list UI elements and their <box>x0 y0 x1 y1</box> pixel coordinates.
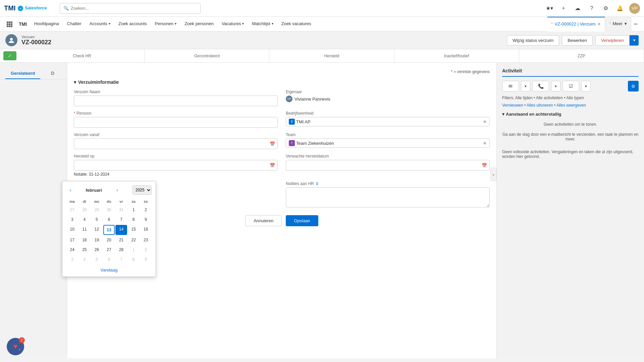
cal-day-18[interactable]: 18 <box>79 236 91 245</box>
calendar-icon-vanaf[interactable]: 📅 <box>270 141 275 146</box>
cal-day-4[interactable]: 4 <box>79 215 91 224</box>
cal-day[interactable]: 31 <box>115 205 127 215</box>
renew-link[interactable]: Vernieuwen <box>502 103 523 108</box>
add-btn[interactable]: ＋ <box>559 4 568 13</box>
calendar-icon-hersteld[interactable]: 📅 <box>270 163 275 168</box>
input-verzuim-vanaf[interactable] <box>74 138 278 149</box>
cal-next-btn[interactable]: › <box>113 186 121 194</box>
email-dropdown-btn[interactable]: ▾ <box>521 81 530 92</box>
cal-day-10[interactable]: 10 <box>66 225 78 235</box>
cal-day-11[interactable]: 11 <box>79 225 91 235</box>
help-btn[interactable]: ? <box>587 4 596 13</box>
cal-day-16[interactable]: 16 <box>140 225 152 235</box>
cal-today-btn[interactable]: Vandaag <box>100 267 117 273</box>
user-avatar[interactable]: VP <box>629 3 640 14</box>
tab-close-vz[interactable]: ✕ <box>597 22 601 26</box>
cal-day-22[interactable]: 22 <box>128 236 140 245</box>
nav-zoek-personen[interactable]: Zoek personen <box>180 17 218 32</box>
cal-day-25[interactable]: 25 <box>79 245 91 254</box>
opslaan-btn[interactable]: Opslaan <box>286 215 318 226</box>
cal-day-1[interactable]: 1 <box>128 205 140 215</box>
task-btn[interactable]: ☑ <box>562 81 579 92</box>
nav-edit-icon[interactable]: ✏ <box>631 21 641 27</box>
cal-day-2[interactable]: 2 <box>140 205 152 215</box>
cal-day[interactable]: 8 <box>128 255 140 264</box>
cal-day-5[interactable]: 5 <box>91 215 103 224</box>
nav-personen[interactable]: Personen▾ <box>151 17 181 32</box>
cal-day-28[interactable]: 28 <box>115 245 127 254</box>
run-all-link[interactable]: Alles uitvoeren <box>527 103 553 108</box>
nav-zoek-vacatures[interactable]: Zoek vacatures <box>277 17 315 32</box>
tab-gerelateerd[interactable]: Gerelateerd <box>5 68 40 79</box>
wijzig-status-btn[interactable]: Wijzig status verzuim <box>507 35 559 46</box>
cal-day-26[interactable]: 26 <box>91 245 103 254</box>
cal-day[interactable]: 1 <box>128 245 140 254</box>
cal-day[interactable]: 28 <box>79 205 91 215</box>
input-hersteld-op[interactable] <box>74 160 278 171</box>
cal-day-21[interactable]: 21 <box>115 236 127 245</box>
cal-day[interactable]: 30 <box>103 205 115 215</box>
nav-chatter[interactable]: Chatter <box>63 17 86 32</box>
search-bar[interactable]: 🔍 <box>60 3 201 14</box>
input-verwachte-hersteldatum[interactable] <box>286 160 490 171</box>
cal-day-23[interactable]: 23 <box>140 236 152 245</box>
section-header[interactable]: ▾ Verzuiminformatie <box>74 79 490 85</box>
cal-day-7[interactable]: 7 <box>115 215 127 224</box>
status-hersteld[interactable]: Hersteld <box>269 49 394 62</box>
cal-day[interactable]: 6 <box>103 255 115 264</box>
cal-day-19[interactable]: 19 <box>91 236 103 245</box>
cal-day[interactable]: 4 <box>79 255 91 264</box>
nav-accounts[interactable]: Accounts▾ <box>85 17 114 32</box>
task-dropdown-btn[interactable]: ▾ <box>581 81 591 92</box>
team-clear[interactable]: ✕ <box>483 141 487 146</box>
input-verzuim-naam[interactable] <box>74 96 278 106</box>
upcoming-title[interactable]: ▾ Aanstaand en achterstallig <box>502 112 639 117</box>
status-check-hr[interactable]: Check HR <box>20 49 145 62</box>
cal-day-9[interactable]: 9 <box>140 215 152 224</box>
bewerken-btn[interactable]: Bewerken <box>562 35 593 46</box>
tmi-badge[interactable]: ♥ + 7 <box>7 338 24 355</box>
cal-day-17[interactable]: 17 <box>66 236 78 245</box>
nav-hoofdpagina[interactable]: Hoofdpagina <box>30 17 63 32</box>
cal-day-3[interactable]: 3 <box>66 215 78 224</box>
cal-day-13-today[interactable]: 13 <box>103 225 115 235</box>
sidebar-toggle[interactable]: › <box>490 168 496 181</box>
cal-day-6[interactable]: 6 <box>103 215 115 224</box>
settings-btn[interactable]: ⚙ <box>601 4 610 13</box>
bedrijfseenheid-clear[interactable]: ✕ <box>483 119 487 124</box>
tab-d[interactable]: D <box>46 68 59 79</box>
cal-day-14-selected[interactable]: 14 <box>115 225 127 235</box>
annuleren-btn[interactable]: Annuleren <box>245 215 282 226</box>
cal-year-select[interactable]: 2023 2024 2025 2026 2027 <box>132 185 152 195</box>
cal-day-15[interactable]: 15 <box>128 225 140 235</box>
cal-day[interactable]: 29 <box>91 205 103 215</box>
grid-menu-btn[interactable] <box>3 18 15 30</box>
input-persoon[interactable] <box>74 117 278 128</box>
view-all-link[interactable]: Alles weergeven <box>556 103 586 108</box>
cal-day[interactable]: 5 <box>91 255 103 264</box>
search-input[interactable] <box>71 6 197 11</box>
textarea-notities-hr[interactable] <box>286 187 490 207</box>
tab-meer[interactable]: * Meer ▾ <box>605 17 631 32</box>
nav-vacatures[interactable]: Vacatures▾ <box>218 17 248 32</box>
verwijderen-btn[interactable]: Verwijderen <box>595 35 630 46</box>
nav-matchlijst[interactable]: Matchlijst▾ <box>248 17 277 32</box>
cal-day-20[interactable]: 20 <box>103 236 115 245</box>
status-inactief[interactable]: Inactief/foutief <box>394 49 519 62</box>
call-dropdown-btn[interactable]: ▾ <box>551 81 560 92</box>
cal-day[interactable]: 2 <box>140 245 152 254</box>
status-zzp[interactable]: ZZP <box>519 49 644 62</box>
email-btn[interactable]: ✉ <box>502 81 519 92</box>
notifications-btn[interactable]: 🔔 <box>615 4 625 13</box>
cal-day[interactable]: 7 <box>115 255 127 264</box>
notities-hr-info[interactable]: ℹ <box>316 181 318 186</box>
cal-day-27[interactable]: 27 <box>103 245 115 254</box>
cal-day-12[interactable]: 12 <box>91 225 103 235</box>
check-btn[interactable]: ✓ <box>3 51 16 60</box>
cal-day[interactable]: 27 <box>66 205 78 215</box>
activity-settings-btn[interactable]: ⚙ <box>628 81 639 92</box>
cal-day[interactable]: 9 <box>140 255 152 264</box>
cal-day-24[interactable]: 24 <box>66 245 78 254</box>
call-btn[interactable]: 📞 <box>532 81 549 92</box>
cal-day[interactable]: 3 <box>66 255 78 264</box>
